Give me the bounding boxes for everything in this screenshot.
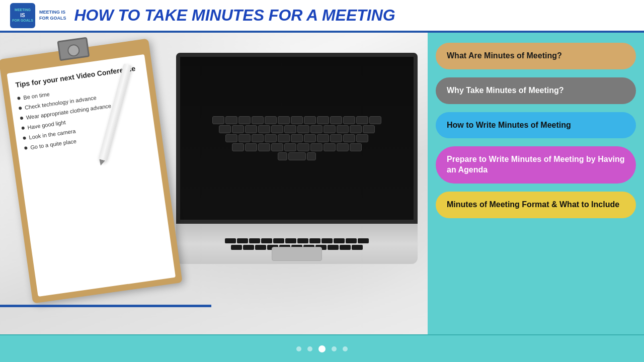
screen-key — [317, 116, 329, 124]
screen-key — [245, 125, 257, 133]
key-row-1 — [191, 238, 403, 243]
screen-key — [232, 125, 244, 133]
screen-key — [284, 143, 296, 151]
key — [273, 238, 284, 243]
key — [340, 245, 351, 250]
screen-key — [304, 134, 316, 142]
screen-key — [324, 125, 336, 133]
key — [328, 245, 339, 250]
screen-key-row-4 — [232, 143, 362, 151]
screen-key-row-5 — [278, 152, 316, 160]
screen-key — [343, 134, 355, 142]
presentation-footer: 1 — [0, 334, 644, 362]
screen-key — [238, 134, 251, 142]
bullet-icon-4 — [21, 127, 25, 130]
key — [334, 238, 345, 243]
topic-pill-1[interactable]: What Are Minutes of Meeting? — [436, 43, 636, 69]
screen-key-row-1 — [212, 116, 381, 124]
screen-key — [317, 134, 329, 142]
screen-key — [337, 143, 349, 151]
screen-key — [297, 143, 309, 151]
image-placeholder: Tips for your next Video Conference Be o… — [0, 33, 428, 334]
screen-key — [258, 125, 270, 133]
screen-key — [232, 143, 244, 151]
image-area: Tips for your next Video Conference Be o… — [0, 33, 428, 334]
key — [285, 238, 296, 243]
key — [225, 238, 236, 243]
screen-key — [297, 125, 309, 133]
screen-key — [212, 116, 224, 124]
screen-key-row-3 — [225, 134, 368, 142]
screen-key — [337, 125, 349, 133]
screen-key — [284, 125, 296, 133]
screen-key — [225, 116, 237, 124]
screen-key — [310, 125, 323, 133]
key — [261, 238, 272, 243]
screen-key — [219, 125, 231, 133]
key — [297, 238, 308, 243]
screen-key — [271, 125, 283, 133]
bullet-icon-5 — [23, 136, 26, 140]
topic-pill-3[interactable]: How to Write Minutes of Meeting — [436, 112, 636, 139]
laptop-screen — [176, 53, 418, 224]
topics-sidebar: What Are Minutes of Meeting? Why Take Mi… — [428, 33, 644, 334]
screen-key — [265, 134, 277, 142]
laptop-keyboard-area — [176, 224, 418, 264]
logo-text: MEETING IS FOR GOALS — [39, 10, 66, 21]
screen-key — [343, 116, 355, 124]
slide-dot-1[interactable] — [296, 346, 301, 351]
screen-key — [310, 143, 323, 151]
screen-key — [252, 116, 264, 124]
screen-key — [225, 134, 237, 142]
screen-key — [307, 152, 316, 160]
screen-key — [363, 125, 375, 133]
topic-pill-2[interactable]: Why Take Minutes of Meeting? — [436, 77, 636, 104]
slide-dot-4[interactable] — [332, 346, 337, 351]
presentation-header: MEETING IS FOR GOALS MEETING IS FOR GOAL… — [0, 0, 644, 33]
screen-key — [330, 116, 342, 124]
slide-dot-2[interactable] — [307, 346, 312, 351]
clipboard-clip — [57, 37, 90, 61]
screen-key — [278, 116, 290, 124]
screen-key — [252, 134, 264, 142]
screen-key — [288, 152, 306, 160]
key — [243, 245, 254, 250]
key — [237, 238, 248, 243]
page-title: HOW TO TAKE MINUTES FOR A MEETING — [74, 6, 634, 25]
slide-dot-3-active[interactable]: 1 — [318, 345, 326, 352]
topic-pill-4[interactable]: Prepare to Write Minutes of Meeting by H… — [436, 146, 636, 184]
bullet-icon-1 — [17, 97, 21, 100]
screen-key — [369, 116, 381, 124]
screen-key — [356, 116, 368, 124]
screen-key — [330, 134, 342, 142]
key — [249, 238, 260, 243]
screen-key — [304, 116, 316, 124]
key — [309, 238, 320, 243]
logo: MEETING IS FOR GOALS MEETING IS FOR GOAL… — [10, 3, 66, 28]
slide-dot-5[interactable] — [343, 346, 348, 351]
progress-bar — [0, 305, 211, 307]
clipboard-paper: Tips for your next Video Conference Be o… — [7, 54, 176, 297]
screen-key-row-2 — [219, 125, 375, 133]
laptop — [176, 53, 418, 264]
logo-icon: MEETING IS FOR GOALS — [10, 3, 35, 28]
screen-key — [258, 143, 270, 151]
presentation-body: Tips for your next Video Conference Be o… — [0, 33, 644, 334]
key — [255, 245, 266, 250]
screen-key — [356, 134, 368, 142]
key — [321, 238, 333, 243]
screen-key — [350, 143, 362, 151]
screen-key — [238, 116, 251, 124]
screen-key — [350, 125, 362, 133]
screen-content — [180, 57, 414, 220]
key — [352, 245, 363, 250]
screen-key — [271, 143, 283, 151]
topic-pill-5[interactable]: Minutes of Meeting Format & What to Incl… — [436, 192, 636, 218]
screen-key — [245, 143, 257, 151]
bullet-icon-3 — [20, 117, 24, 120]
key — [346, 238, 357, 243]
screen-key — [278, 152, 287, 160]
key — [358, 238, 369, 243]
screen-key — [291, 116, 303, 124]
screen-key — [291, 134, 303, 142]
